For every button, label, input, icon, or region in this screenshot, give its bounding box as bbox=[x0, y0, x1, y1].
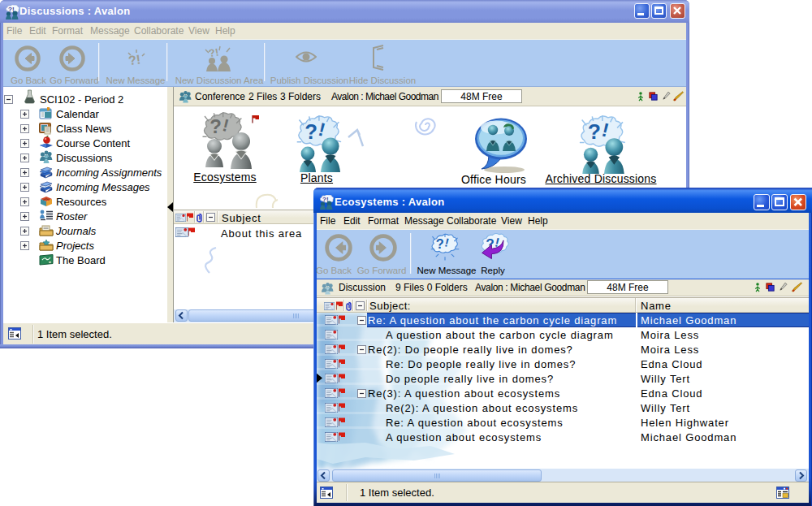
svg-text:?!: ?! bbox=[208, 45, 220, 59]
